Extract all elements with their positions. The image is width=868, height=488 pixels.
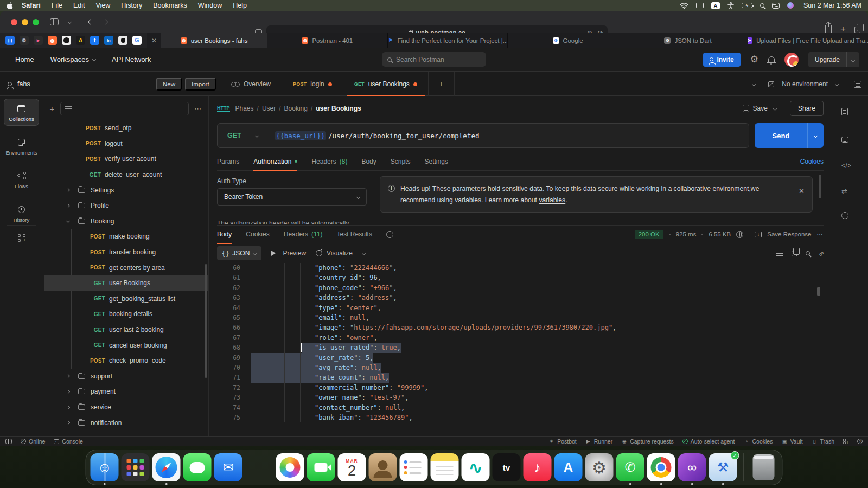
pinned-tab-google[interactable]: G xyxy=(132,36,142,45)
battery-icon[interactable]: ϟ xyxy=(742,2,752,9)
statusbar-capture-requests[interactable]: ◉Capture requests xyxy=(621,438,674,445)
tree-request-cancel-user-booking[interactable]: GETcancel user booking xyxy=(44,337,208,353)
json-line[interactable]: 66"image": "https://fahsapp.com/storage/… xyxy=(217,323,815,332)
folder-chevron-icon[interactable] xyxy=(66,406,70,409)
variables-link[interactable]: variables xyxy=(539,196,565,204)
send-button[interactable]: Send xyxy=(755,123,807,148)
response-scrollbar[interactable] xyxy=(817,287,820,296)
settings-gear-icon[interactable]: ⚙ xyxy=(750,55,758,64)
auth-scrollbar[interactable] xyxy=(819,175,821,198)
new-button[interactable]: New xyxy=(156,78,182,91)
json-line[interactable]: 72"commercial_number": "99999", xyxy=(217,383,815,393)
request-title[interactable]: user Bookings xyxy=(316,105,361,112)
nav-home[interactable]: Home xyxy=(15,55,34,63)
json-line[interactable]: 74"contact_number": null, xyxy=(217,403,815,413)
folder-chevron-icon[interactable] xyxy=(66,204,70,208)
tree-request-user-bookings[interactable]: GETuser Bookings xyxy=(44,275,208,291)
help-icon[interactable]: ? xyxy=(857,439,863,444)
pinned-tab-apple[interactable] xyxy=(118,36,127,45)
tree-request-get-centers-by-area[interactable]: POSTget centers by area xyxy=(44,260,208,275)
sidebar-item-collections[interactable]: Collections xyxy=(4,99,39,125)
dock-notes-icon[interactable] xyxy=(431,453,459,481)
json-line[interactable]: 68"is_user_rated": true, xyxy=(217,343,815,352)
pinned-tab-lens-dark[interactable]: A xyxy=(76,36,85,45)
workspace-switcher[interactable]: fahs xyxy=(8,72,30,96)
accessibility-icon[interactable] xyxy=(727,2,734,9)
collection-filter-input[interactable] xyxy=(60,102,189,115)
tree-request-booking-details[interactable]: GETbooking details xyxy=(44,306,208,322)
method-select[interactable]: GET xyxy=(218,124,267,147)
open-tab-overview[interactable]: Overview xyxy=(220,72,282,96)
apple-menu-icon[interactable] xyxy=(7,2,16,9)
search-response-icon[interactable] xyxy=(806,251,810,255)
tree-request-check_promo_code[interactable]: POSTcheck_promo_code xyxy=(44,353,208,369)
json-line[interactable]: 67"role": "owner", xyxy=(217,333,815,343)
dock-maps-icon[interactable] xyxy=(245,453,273,481)
invite-button[interactable]: Invite xyxy=(703,53,740,67)
tab-authorization[interactable]: Authorization xyxy=(253,152,297,171)
control-center-icon[interactable] xyxy=(772,2,780,9)
menu-bar-clock[interactable]: Sun 2 Mar 1:56 AM xyxy=(803,2,861,9)
json-line[interactable]: 63"address": "address", xyxy=(217,293,815,303)
json-line[interactable]: 65"email": null, xyxy=(217,313,815,323)
tree-request-transfer-booking[interactable]: POSTtransfer booking xyxy=(44,245,208,260)
dock-whatsapp-icon[interactable]: ✆ xyxy=(616,453,644,481)
forward-button[interactable] xyxy=(98,16,113,29)
pinned-tab-media-pink[interactable]: ▶ xyxy=(34,36,43,45)
pinned-tab-facebook[interactable]: f xyxy=(90,36,99,45)
dock-music-icon[interactable]: ♪ xyxy=(524,453,552,481)
nav-workspaces[interactable]: Workspaces xyxy=(50,55,95,63)
pinned-tab-github[interactable] xyxy=(62,36,71,45)
statusbar-online[interactable]: ✓Online xyxy=(21,438,45,445)
menu-safari[interactable]: Safari xyxy=(16,2,46,9)
json-line[interactable]: 64"type": "center", xyxy=(217,303,815,313)
notifications-bell-icon[interactable] xyxy=(768,56,775,62)
menu-edit[interactable]: Edit xyxy=(68,2,91,9)
dock-facetime-icon[interactable] xyxy=(307,453,335,481)
spotlight-icon[interactable] xyxy=(760,2,764,9)
dock-tv-icon[interactable]: tv xyxy=(493,453,521,481)
rail-more-icon[interactable]: + xyxy=(0,234,43,242)
user-avatar[interactable] xyxy=(784,53,799,67)
info-icon[interactable] xyxy=(841,212,848,221)
tree-request-make-booking[interactable]: POSTmake booking xyxy=(44,229,208,245)
json-line[interactable]: 60"phone": "222444666", xyxy=(217,263,815,273)
browser-tab[interactable]: ⚑Find the Perfect Icon for Your Project … xyxy=(387,33,508,48)
json-line[interactable]: 61"country_id": 96, xyxy=(217,273,815,282)
json-line[interactable]: 69"user_rate": 5, xyxy=(217,353,815,363)
keyboard-input-icon[interactable]: A xyxy=(711,2,720,9)
response-history-icon[interactable] xyxy=(386,231,393,238)
dock-launchpad-icon[interactable] xyxy=(122,453,150,481)
tree-folder-support[interactable]: support xyxy=(44,369,208,384)
preview-button[interactable]: Preview xyxy=(271,249,306,257)
tree-folder-booking[interactable]: Booking xyxy=(44,214,208,229)
upgrade-button[interactable]: Upgrade xyxy=(808,52,859,67)
tab-params[interactable]: Params xyxy=(217,152,239,171)
statusbar-auto-select-agent[interactable]: ✓Auto-select agent xyxy=(682,438,735,445)
response-tab-test-results[interactable]: Test Results xyxy=(337,225,372,243)
dock-reminders-icon[interactable] xyxy=(400,453,428,481)
folder-chevron-icon[interactable] xyxy=(66,374,70,378)
visualize-chevron-icon[interactable] xyxy=(362,251,366,255)
menu-window[interactable]: Window xyxy=(193,2,227,9)
dock-chrome-icon[interactable] xyxy=(647,453,675,481)
dock-appstore-icon[interactable]: A xyxy=(554,453,583,481)
wrap-text-icon[interactable] xyxy=(776,251,783,256)
documentation-icon[interactable] xyxy=(841,108,848,117)
tree-request-send_otp[interactable]: POSTsend_otp xyxy=(44,120,208,136)
statusbar-trash[interactable]: ▯Trash xyxy=(812,438,834,445)
add-collection-icon[interactable]: + xyxy=(44,104,60,113)
auth-type-select[interactable]: Bearer Token xyxy=(217,188,367,206)
tree-folder-profile[interactable]: Profile xyxy=(44,198,208,214)
breadcrumb-item[interactable]: Booking xyxy=(284,105,308,112)
statusbar-console[interactable]: ›_Console xyxy=(54,438,83,445)
statusbar-cookies[interactable]: ◔Cookies xyxy=(743,438,773,445)
tab-scripts[interactable]: Scripts xyxy=(391,152,411,171)
menu-file[interactable]: File xyxy=(46,2,68,9)
import-button[interactable]: Import xyxy=(185,78,216,91)
browser-tab[interactable]: ◍Postman - 401 xyxy=(267,33,387,48)
open-tab-login[interactable]: POSTlogin xyxy=(282,72,343,96)
tree-request-delete_user_acount[interactable]: GETdelete_user_acount xyxy=(44,167,208,183)
tree-request-verify-user-acount[interactable]: POSTverify user acount xyxy=(44,151,208,167)
new-request-tab-button[interactable]: + xyxy=(429,72,455,96)
